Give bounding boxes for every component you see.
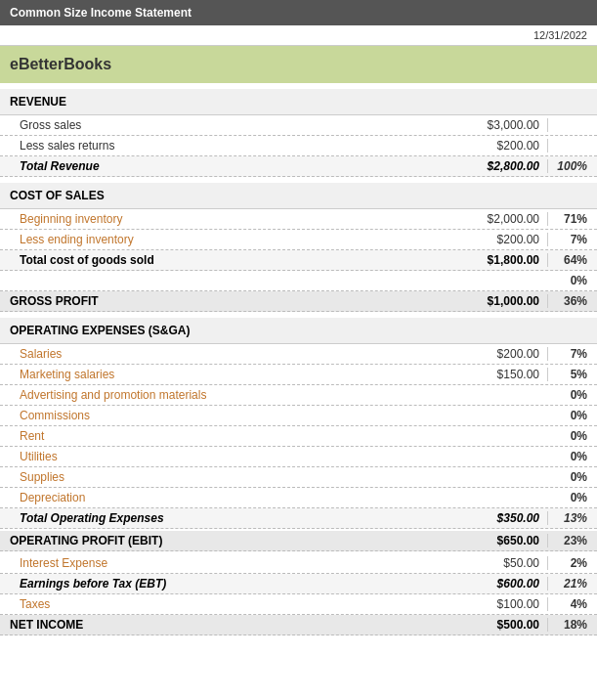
- section-operating-expenses: OPERATING EXPENSES (S&GA): [0, 318, 597, 344]
- label-supplies: Supplies: [20, 470, 470, 484]
- row-commissions: Commissions 0%: [0, 406, 597, 426]
- percent-utilities: 0%: [548, 450, 587, 463]
- row-total-revenue: Total Revenue $2,800.00 100%: [0, 156, 597, 177]
- label-net-income: NET INCOME: [10, 618, 470, 632]
- report-title: Common Size Income Statement: [10, 6, 192, 20]
- label-beginning-inventory: Beginning inventory: [20, 212, 470, 226]
- row-gross-sales: Gross sales $3,000.00: [0, 115, 597, 136]
- percent-beginning-inventory: 71%: [548, 212, 587, 226]
- percent-salaries: 7%: [548, 347, 587, 361]
- row-less-ending-inventory: Less ending inventory $200.00 7%: [0, 230, 597, 250]
- amount-less-ending-inventory: $200.00: [470, 233, 548, 246]
- amount-salaries: $200.00: [470, 347, 548, 361]
- percent-operating-profit: 23%: [548, 534, 587, 547]
- row-taxes: Taxes $100.00 4%: [0, 594, 597, 615]
- row-cogs-extra: 0%: [0, 271, 597, 291]
- row-earnings-before-tax: Earnings before Tax (EBT) $600.00 21%: [0, 574, 597, 594]
- label-salaries: Salaries: [20, 347, 470, 361]
- amount-gross-sales: $3,000.00: [470, 118, 548, 132]
- percent-taxes: 4%: [548, 597, 587, 611]
- amount-operating-profit: $650.00: [470, 534, 548, 547]
- percent-supplies: 0%: [548, 470, 587, 484]
- label-less-sales-returns: Less sales returns: [20, 139, 470, 153]
- report-date: 12/31/2022: [533, 29, 587, 41]
- date-bar: 12/31/2022: [0, 25, 597, 46]
- percent-cogs-extra: 0%: [548, 274, 587, 287]
- row-salaries: Salaries $200.00 7%: [0, 344, 597, 365]
- amount-total-revenue: $2,800.00: [470, 159, 548, 173]
- percent-interest-expense: 2%: [548, 556, 587, 570]
- row-utilities: Utilities 0%: [0, 447, 597, 467]
- percent-total-operating-expenses: 13%: [548, 511, 587, 525]
- percent-advertising: 0%: [548, 388, 587, 402]
- percent-depreciation: 0%: [548, 491, 587, 504]
- amount-beginning-inventory: $2,000.00: [470, 212, 548, 226]
- row-depreciation: Depreciation 0%: [0, 488, 597, 508]
- label-total-revenue: Total Revenue: [20, 159, 470, 173]
- amount-less-sales-returns: $200.00: [470, 139, 548, 153]
- report-content: REVENUE Gross sales $3,000.00 Less sales…: [0, 83, 597, 635]
- company-name: eBetterBooks: [10, 56, 111, 72]
- row-interest-expense: Interest Expense $50.00 2%: [0, 553, 597, 574]
- row-total-operating-expenses: Total Operating Expenses $350.00 13%: [0, 508, 597, 529]
- percent-rent: 0%: [548, 429, 587, 443]
- amount-taxes: $100.00: [470, 597, 548, 611]
- row-gross-profit: GROSS PROFIT $1,000.00 36%: [0, 291, 597, 312]
- amount-gross-profit: $1,000.00: [470, 294, 548, 308]
- percent-gross-profit: 36%: [548, 294, 587, 308]
- percent-total-revenue: 100%: [548, 159, 587, 173]
- amount-total-operating-expenses: $350.00: [470, 511, 548, 525]
- amount-marketing-salaries: $150.00: [470, 368, 548, 381]
- label-less-ending-inventory: Less ending inventory: [20, 233, 470, 246]
- company-bar: eBetterBooks: [0, 46, 597, 83]
- label-utilities: Utilities: [20, 450, 470, 463]
- label-total-cogs: Total cost of goods sold: [20, 253, 470, 267]
- label-interest-expense: Interest Expense: [20, 556, 470, 570]
- percent-total-cogs: 64%: [548, 253, 587, 267]
- label-operating-profit: OPERATING PROFIT (EBIT): [10, 534, 470, 547]
- amount-earnings-before-tax: $600.00: [470, 577, 548, 591]
- label-commissions: Commissions: [20, 409, 470, 422]
- label-depreciation: Depreciation: [20, 491, 470, 504]
- label-gross-profit: GROSS PROFIT: [10, 294, 470, 308]
- row-rent: Rent 0%: [0, 426, 597, 447]
- label-advertising: Advertising and promotion materials: [20, 388, 470, 402]
- label-marketing-salaries: Marketing salaries: [20, 368, 470, 381]
- percent-commissions: 0%: [548, 409, 587, 422]
- label-taxes: Taxes: [20, 597, 470, 611]
- percent-net-income: 18%: [548, 618, 587, 632]
- label-earnings-before-tax: Earnings before Tax (EBT): [20, 577, 470, 591]
- section-revenue: REVENUE: [0, 89, 597, 115]
- row-beginning-inventory: Beginning inventory $2,000.00 71%: [0, 209, 597, 230]
- percent-earnings-before-tax: 21%: [548, 577, 587, 591]
- percent-less-ending-inventory: 7%: [548, 233, 587, 246]
- label-gross-sales: Gross sales: [20, 118, 470, 132]
- label-rent: Rent: [20, 429, 470, 443]
- section-cost-of-sales: COST OF SALES: [0, 183, 597, 209]
- amount-net-income: $500.00: [470, 618, 548, 632]
- label-total-operating-expenses: Total Operating Expenses: [20, 511, 470, 525]
- amount-interest-expense: $50.00: [470, 556, 548, 570]
- amount-total-cogs: $1,800.00: [470, 253, 548, 267]
- row-net-income: NET INCOME $500.00 18%: [0, 615, 597, 635]
- header-bar: Common Size Income Statement: [0, 0, 597, 25]
- row-marketing-salaries: Marketing salaries $150.00 5%: [0, 365, 597, 385]
- row-less-sales-returns: Less sales returns $200.00: [0, 136, 597, 156]
- row-total-cogs: Total cost of goods sold $1,800.00 64%: [0, 250, 597, 271]
- row-advertising: Advertising and promotion materials 0%: [0, 385, 597, 406]
- row-supplies: Supplies 0%: [0, 467, 597, 488]
- row-operating-profit: OPERATING PROFIT (EBIT) $650.00 23%: [0, 531, 597, 551]
- percent-marketing-salaries: 5%: [548, 368, 587, 381]
